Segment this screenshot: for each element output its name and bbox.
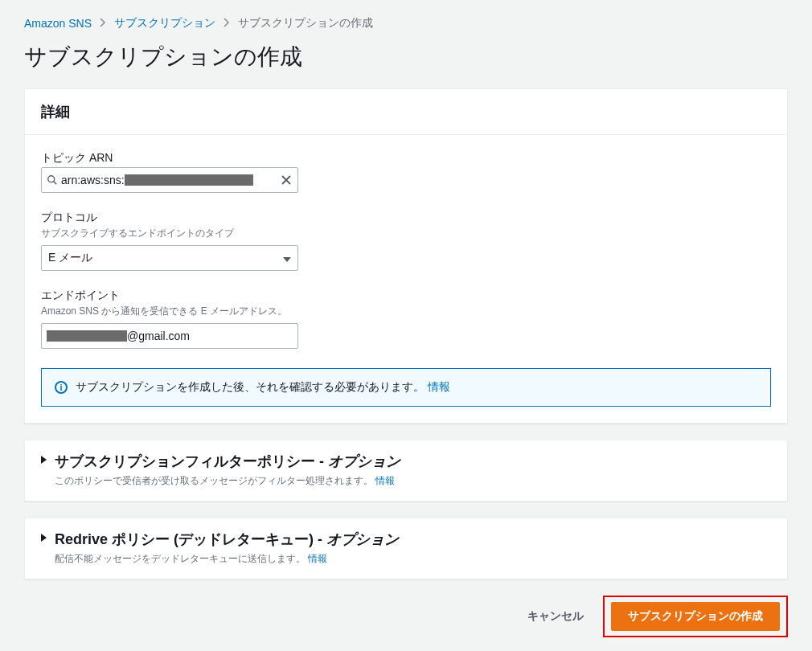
create-subscription-button[interactable]: サブスクリプションの作成 (611, 602, 780, 631)
endpoint-input-wrap[interactable]: @gmail.com (41, 323, 298, 349)
chevron-right-icon (100, 17, 106, 30)
info-icon: i (55, 381, 68, 394)
endpoint-desc: Amazon SNS から通知を受信できる E メールアドレス。 (41, 305, 771, 318)
redrive-policy-panel: Redrive ポリシー (デッドレターキュー) - オプション 配信不能メッセ… (24, 518, 788, 579)
breadcrumb: Amazon SNS サブスクリプション サブスクリプションの作成 (24, 16, 788, 31)
info-link[interactable]: 情報 (428, 380, 450, 393)
filter-policy-info-link[interactable]: 情報 (375, 475, 395, 486)
filter-policy-title: サブスクリプションフィルターポリシー - オプション (55, 452, 400, 471)
svg-point-0 (48, 176, 55, 182)
caret-down-icon (283, 252, 291, 264)
endpoint-value: @gmail.com (47, 330, 293, 342)
field-topic-arn: トピック ARN arn:aws:sns: (41, 151, 771, 193)
endpoint-label: エンドポイント (41, 289, 771, 303)
breadcrumb-current: サブスクリプションの作成 (238, 16, 373, 31)
field-endpoint: エンドポイント Amazon SNS から通知を受信できる E メールアドレス。… (41, 289, 771, 349)
field-protocol: プロトコル サブスクライブするエンドポイントのタイプ E メール (41, 211, 771, 271)
protocol-value: E メール (48, 251, 92, 265)
protocol-select[interactable]: E メール (41, 245, 298, 271)
topic-arn-label: トピック ARN (41, 151, 771, 166)
filter-policy-desc: このポリシーで受信者が受け取るメッセージがフィルター処理されます。 情報 (55, 474, 400, 488)
cancel-button[interactable]: キャンセル (523, 603, 588, 630)
filter-policy-panel: サブスクリプションフィルターポリシー - オプション このポリシーで受信者が受け… (24, 440, 788, 502)
search-icon (47, 174, 58, 186)
clear-icon[interactable] (280, 174, 293, 186)
svg-line-1 (54, 182, 57, 185)
filter-policy-toggle[interactable]: サブスクリプションフィルターポリシー - オプション このポリシーで受信者が受け… (25, 440, 787, 501)
protocol-desc: サブスクライブするエンドポイントのタイプ (41, 227, 771, 240)
redrive-policy-title: Redrive ポリシー (デッドレターキュー) - オプション (55, 530, 399, 549)
breadcrumb-section[interactable]: サブスクリプション (114, 16, 215, 31)
details-panel: 詳細 トピック ARN arn:aws:sns: プロトコル サブスクライブする… (24, 88, 788, 424)
caret-right-icon (41, 456, 47, 464)
details-header: 詳細 (25, 89, 787, 135)
protocol-label: プロトコル (41, 211, 771, 225)
submit-highlight: サブスクリプションの作成 (603, 596, 788, 637)
info-text: サブスクリプションを作成した後、それを確認する必要があります。 情報 (76, 380, 450, 395)
chevron-right-icon (224, 17, 230, 30)
breadcrumb-service[interactable]: Amazon SNS (24, 17, 92, 30)
redrive-policy-desc: 配信不能メッセージをデッドレターキューに送信します。 情報 (55, 552, 399, 566)
caret-right-icon (41, 534, 47, 542)
info-notice: i サブスクリプションを作成した後、それを確認する必要があります。 情報 (41, 368, 771, 407)
page-title: サブスクリプションの作成 (24, 42, 788, 72)
redrive-policy-info-link[interactable]: 情報 (308, 553, 327, 564)
topic-arn-input-wrap[interactable]: arn:aws:sns: (41, 167, 298, 193)
form-actions: キャンセル サブスクリプションの作成 (24, 596, 788, 637)
topic-arn-value: arn:aws:sns: (58, 174, 280, 186)
redrive-policy-toggle[interactable]: Redrive ポリシー (デッドレターキュー) - オプション 配信不能メッセ… (25, 518, 787, 579)
